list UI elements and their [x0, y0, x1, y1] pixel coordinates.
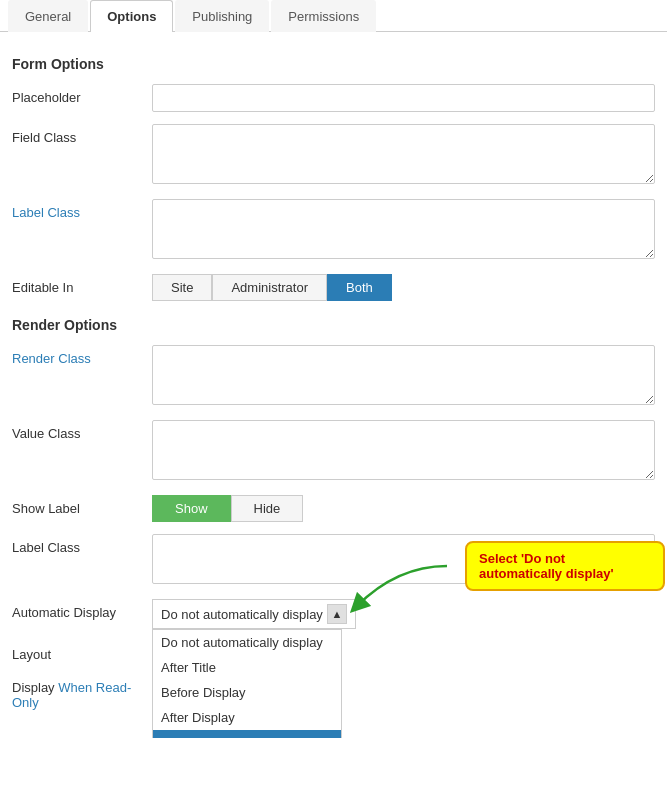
- render-class-input[interactable]: [152, 345, 655, 405]
- placeholder-row: Placeholder: [12, 84, 655, 112]
- automatic-display-wrap: Select 'Do not automatically display' Do…: [152, 599, 655, 629]
- show-button[interactable]: Show: [152, 495, 231, 522]
- value-class-row: Value Class: [12, 420, 655, 483]
- callout-box: Select 'Do not automatically display': [465, 541, 665, 591]
- automatic-display-label: Automatic Display: [12, 599, 152, 620]
- render-class-label: Render Class: [12, 345, 152, 366]
- render-class-row: Render Class: [12, 345, 655, 408]
- field-class-wrap: [152, 124, 655, 187]
- tab-bar: General Options Publishing Permissions: [0, 0, 667, 32]
- editable-in-label: Editable In: [12, 274, 152, 295]
- automatic-display-dropdown-list: Do not automatically display After Title…: [152, 629, 342, 738]
- automatic-display-dropdown-selected[interactable]: Do not automatically display ▲: [152, 599, 356, 629]
- show-label-wrap: Show Hide: [152, 495, 655, 522]
- tab-options[interactable]: Options: [90, 0, 173, 32]
- display-when-readonly-label-blue: When Read-Only: [12, 680, 131, 710]
- automatic-display-row: Automatic Display Select 'Do not automat…: [12, 599, 655, 629]
- show-label-row: Show Label Show Hide: [12, 495, 655, 522]
- tab-general[interactable]: General: [8, 0, 88, 32]
- dropdown-item-1[interactable]: After Title: [153, 655, 341, 680]
- main-content: Form Options Placeholder Field Class Lab…: [0, 32, 667, 738]
- value-class-wrap: [152, 420, 655, 483]
- field-class-row: Field Class: [12, 124, 655, 187]
- field-class-input[interactable]: [152, 124, 655, 184]
- dropdown-item-4[interactable]: Do not automatically display: [153, 730, 341, 738]
- dropdown-item-3[interactable]: After Display: [153, 705, 341, 730]
- dropdown-item-0[interactable]: Do not automatically display: [153, 630, 341, 655]
- value-class-label: Value Class: [12, 420, 152, 441]
- display-when-readonly-label: Display When Read-Only: [12, 674, 152, 710]
- placeholder-input[interactable]: [152, 84, 655, 112]
- label-class-form-input[interactable]: [152, 199, 655, 259]
- placeholder-wrap: [152, 84, 655, 112]
- editable-in-group: Site Administrator Both: [152, 274, 655, 301]
- hide-button[interactable]: Hide: [231, 495, 304, 522]
- show-hide-group: Show Hide: [152, 495, 655, 522]
- editable-both-button[interactable]: Both: [327, 274, 392, 301]
- automatic-display-selected-text: Do not automatically display: [161, 607, 323, 622]
- render-options-section-title: Render Options: [12, 317, 655, 333]
- form-options-section-title: Form Options: [12, 56, 655, 72]
- label-class-form-wrap: [152, 199, 655, 262]
- value-class-input[interactable]: [152, 420, 655, 480]
- label-class-form-row: Label Class: [12, 199, 655, 262]
- render-class-wrap: [152, 345, 655, 408]
- dropdown-item-2[interactable]: Before Display: [153, 680, 341, 705]
- label-class-form-label: Label Class: [12, 199, 152, 220]
- label-class-render-label: Label Class: [12, 534, 152, 555]
- tab-permissions[interactable]: Permissions: [271, 0, 376, 32]
- automatic-display-dropdown-wrapper: Do not automatically display ▲ Do not au…: [152, 599, 356, 629]
- editable-site-button[interactable]: Site: [152, 274, 212, 301]
- tabs-container: General Options Publishing Permissions: [0, 0, 667, 32]
- field-class-label: Field Class: [12, 124, 152, 145]
- editable-administrator-button[interactable]: Administrator: [212, 274, 327, 301]
- show-label-label: Show Label: [12, 495, 152, 516]
- placeholder-label: Placeholder: [12, 84, 152, 105]
- tab-publishing[interactable]: Publishing: [175, 0, 269, 32]
- editable-in-row: Editable In Site Administrator Both: [12, 274, 655, 301]
- editable-in-wrap: Site Administrator Both: [152, 274, 655, 301]
- callout-arrow-svg: [337, 561, 457, 621]
- layout-label: Layout: [12, 641, 152, 662]
